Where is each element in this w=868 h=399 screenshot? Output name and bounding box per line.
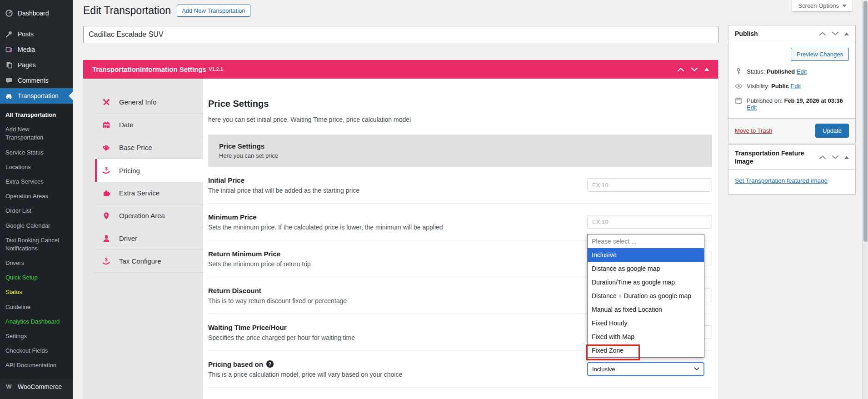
pages-icon [5, 61, 13, 70]
preview-changes-button[interactable]: Preview Changes [791, 48, 849, 61]
dropdown-option-fixed-hourly[interactable]: Fixed Hourly [588, 316, 704, 330]
post-title-input[interactable] [83, 26, 718, 43]
media-icon [5, 45, 13, 54]
move-down-icon[interactable] [832, 155, 839, 160]
transportation-submenu: All Transportation Add New Transportatio… [0, 104, 73, 379]
submenu-item-order-list[interactable]: Order List [0, 204, 73, 218]
minimum-price-input[interactable] [587, 215, 712, 229]
published-on-row: Published on: Feb 19, 2026 at 03:36 Edit [735, 97, 849, 111]
tab-operation-area[interactable]: Operation Area [95, 204, 203, 227]
edit-visibility-link[interactable]: Edit [791, 83, 801, 90]
submenu-item-taxi-booking-cancel-notifications[interactable]: Taxi Booking Cancel Notifications [0, 233, 73, 256]
submenu-item-service-status[interactable]: Service Status [0, 145, 73, 160]
submenu-item-extra-services[interactable]: Extra Services [0, 175, 73, 189]
sidebar-item-pages[interactable]: Pages [0, 57, 73, 73]
tab-tax-configure[interactable]: $ Tax Configure [95, 250, 203, 273]
visibility-row: Visibility: Public Edit [735, 83, 849, 90]
dropdown-option-duration[interactable]: Duration/Time as google map [588, 275, 704, 289]
collapse-panel-icon[interactable] [844, 156, 849, 159]
row-title: Pricing based on ? [208, 360, 402, 368]
move-down-icon[interactable] [691, 67, 698, 72]
sidebar-item-comments[interactable]: Comments [0, 73, 73, 88]
posts-icon [5, 30, 13, 39]
status-text: Status: Published Edit [747, 68, 807, 75]
dropdown-option-please-select[interactable]: Please select ... [588, 234, 704, 248]
initial-price-input[interactable] [587, 178, 712, 192]
tab-date[interactable]: Date [95, 114, 203, 136]
submenu-item-drivers[interactable]: Drivers [0, 256, 73, 270]
page-scrollbar[interactable] [862, 0, 868, 399]
published-text: Published on: Feb 19, 2026 at 03:36 Edit [747, 97, 849, 111]
submenu-item-guideline[interactable]: Guideline [0, 300, 73, 314]
collapse-panel-icon[interactable] [844, 32, 849, 35]
current-menu-notch [69, 92, 73, 100]
row-description: The initial price that will be added as … [208, 187, 359, 194]
tab-general-info[interactable]: General Info [95, 91, 203, 114]
dashboard-icon [5, 9, 13, 18]
band-description: Here you can set price [219, 152, 701, 159]
price-tags-icon [101, 143, 111, 153]
add-new-transportation-button[interactable]: Add New Transportation [177, 5, 250, 17]
publish-title: Publish [735, 30, 758, 38]
submenu-item-api-documentation[interactable]: API Documentation [0, 358, 73, 373]
submenu-item-locations[interactable]: Locations [0, 160, 73, 175]
scrollbar-thumb[interactable] [863, 1, 868, 242]
sidebar-item-posts[interactable]: Posts [0, 26, 73, 42]
eye-icon [735, 82, 743, 90]
submenu-item-add-new-transportation[interactable]: Add New Transportation [0, 122, 73, 145]
feature-image-panel-header[interactable]: Transportation Feature Image [728, 145, 855, 170]
dropdown-option-distance[interactable]: Distance as google map [588, 262, 704, 275]
move-up-icon[interactable] [677, 67, 684, 72]
sidebar-item-dashboard[interactable]: Dashboard [0, 5, 73, 21]
sidebar-item-transportation[interactable]: Transportation [0, 88, 73, 104]
tab-driver[interactable]: Driver [95, 227, 203, 250]
move-down-icon[interactable] [832, 31, 839, 36]
dropdown-option-fixed-with-map[interactable]: Fixed with Map [588, 330, 704, 344]
row-title: Minimum Price [208, 213, 443, 221]
hand-dollar-icon: $ [101, 165, 111, 175]
sidebar-item-woocommerce[interactable]: W WooCommerce [0, 379, 73, 394]
row-title-text: Pricing based on [208, 360, 263, 368]
publish-panel-header[interactable]: Publish [728, 25, 855, 42]
sidebar-item-products[interactable]: Products [0, 394, 73, 399]
pricing-based-on-select[interactable]: Inclusive [587, 362, 704, 376]
sidebar-item-media[interactable]: Media [0, 42, 73, 57]
screen-options-toggle[interactable]: Screen Options [792, 0, 853, 12]
panel-header: TransportationInformation Settings V1.2.… [83, 60, 718, 79]
settings-tab-list: General Info Date Base Price $ Pricing [83, 79, 203, 399]
row-title: Return Discount [208, 287, 347, 294]
row-description: Specifies the price charged per hour for… [208, 334, 355, 341]
submenu-item-settings[interactable]: Settings [0, 329, 73, 344]
collapse-panel-icon[interactable] [704, 68, 709, 71]
submenu-item-status[interactable]: Status [0, 285, 73, 299]
help-icon[interactable]: ? [266, 360, 274, 368]
tab-pricing[interactable]: $ Pricing [95, 159, 203, 182]
tab-base-price[interactable]: Base Price [95, 136, 203, 159]
move-to-trash-link[interactable]: Move to Trash [735, 127, 772, 134]
sidebar-item-label: Dashboard [18, 10, 49, 17]
dropdown-option-fixed-zone[interactable]: Fixed Zone [588, 344, 704, 357]
edit-status-link[interactable]: Edit [797, 68, 807, 75]
submenu-item-analytics-dashboard[interactable]: Analytics Dashboard [0, 314, 73, 329]
driver-icon [101, 234, 111, 244]
dropdown-option-inclusive[interactable]: Inclusive [588, 248, 704, 262]
submenu-item-checkout-fields[interactable]: Checkout Fields [0, 344, 73, 358]
dropdown-option-distance-duration[interactable]: Distance + Duration as google map [588, 289, 704, 303]
sidebar-item-label: Posts [18, 30, 34, 38]
update-button[interactable]: Update [815, 124, 849, 138]
move-up-icon[interactable] [819, 155, 826, 160]
status-label: Status: [747, 68, 765, 75]
set-featured-image-link[interactable]: Set Transportation featured image [735, 177, 828, 184]
visibility-text: Visibility: Public Edit [747, 83, 801, 90]
submenu-item-google-calendar[interactable]: Google Calendar [0, 219, 73, 233]
submenu-item-operation-areas[interactable]: Operation Areas [0, 189, 73, 204]
submenu-item-all-transportation[interactable]: All Transportation [0, 108, 73, 122]
dropdown-option-manual-fixed-location[interactable]: Manual as fixed Location [588, 303, 704, 316]
status-row: Status: Published Edit [735, 68, 849, 75]
edit-published-link[interactable]: Edit [747, 104, 757, 111]
move-up-icon[interactable] [819, 31, 826, 36]
sidebar-item-label: Comments [18, 77, 49, 84]
tab-label: Operation Area [119, 212, 165, 219]
submenu-item-quick-setup[interactable]: Quick Setup [0, 270, 73, 285]
tab-extra-service[interactable]: Extra Service [95, 182, 203, 204]
